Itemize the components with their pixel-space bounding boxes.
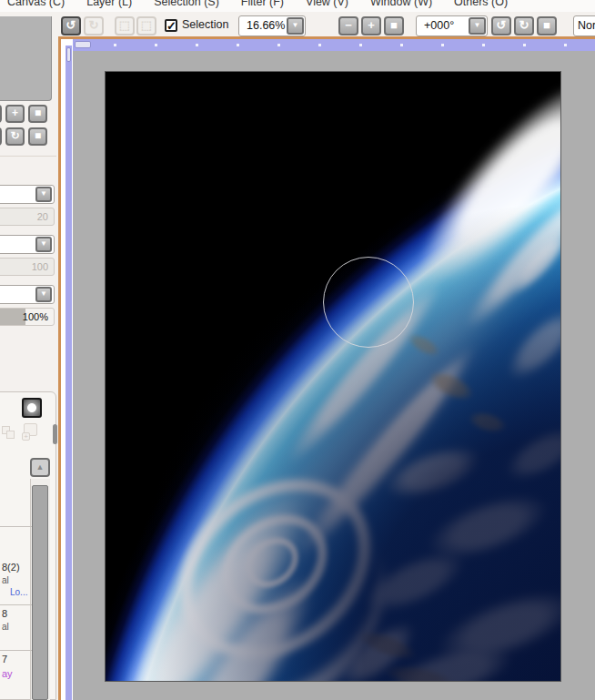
move-selection-button[interactable]: ⬚	[136, 16, 156, 36]
layer-row-divider	[0, 526, 32, 527]
layer-row[interactable]: 7	[2, 654, 7, 664]
rotation-field[interactable]: +000° ▼	[416, 15, 488, 36]
brush-cursor-circle	[323, 257, 414, 348]
zoom-level-value: 16.66%	[247, 19, 285, 32]
zoom-in-button[interactable]: +	[361, 16, 381, 36]
zoom-dropdown-button[interactable]: ▼	[287, 17, 304, 35]
redo-icon: ↻	[89, 18, 99, 32]
plus-icon: +	[368, 18, 375, 32]
add-icon[interactable]: +	[22, 432, 30, 441]
brush-shape-circle-button[interactable]	[22, 398, 42, 418]
undo-icon: ↺	[66, 18, 76, 32]
chevron-down-glyph: ▼	[40, 239, 47, 248]
scrollbar-tick-marks	[114, 44, 593, 46]
left-panel: − + ■ ↺ ↻ ■ ▼ 20 ▼ 100 ▼ 100% + ▲	[0, 12, 58, 700]
layer-row-mode: al	[2, 575, 9, 585]
texture-icon[interactable]	[6, 431, 15, 439]
blend-mode-value: Normal	[578, 19, 595, 32]
earth-painting-canvas[interactable]	[106, 72, 560, 681]
menu-canvas[interactable]: Canvas (C)	[7, 0, 65, 10]
rotate-ccw-icon: ↺	[497, 18, 507, 32]
layer-row[interactable]: 8	[2, 608, 7, 619]
brush-slider-1[interactable]: 20	[0, 208, 55, 226]
main-toolbar: ↺ ↻ ⬚ ⬚ ✓ Selection 16.66% ▼ − + ■ +000°…	[52, 12, 595, 36]
layer-row-mode: ay	[2, 668, 13, 679]
blend-mode-dropdown[interactable]: Normal	[573, 15, 595, 36]
selection-checkbox-label: Selection	[182, 18, 228, 31]
panel-separator	[0, 156, 56, 157]
zoom-level-field[interactable]: 16.66% ▼	[238, 15, 306, 36]
chevron-down-glyph: ▼	[40, 289, 47, 298]
selection-checkbox[interactable]: ✓	[165, 19, 177, 32]
chevron-down-icon[interactable]: ▼	[35, 187, 52, 202]
slider-value: 100%	[23, 311, 48, 322]
menu-layer[interactable]: Layer (L)	[86, 0, 132, 10]
square-icon: ■	[35, 129, 41, 142]
horizontal-scrollbar[interactable]	[73, 39, 595, 51]
navigator-zoom-reset-button[interactable]: ■	[28, 105, 47, 123]
navigator-rotate-reset-button[interactable]: ■	[28, 127, 47, 146]
brush-slider-2[interactable]: 100	[0, 258, 55, 276]
navigator-rotate-cw-button[interactable]: ↻	[5, 127, 25, 146]
layer-row-mode: al	[2, 622, 9, 632]
chevron-down-glyph: ▼	[40, 189, 47, 198]
rotation-dropdown-button[interactable]: ▼	[469, 17, 486, 35]
layer-row-extra: Lo...	[10, 587, 27, 597]
layer-row[interactable]: 8(2)	[2, 562, 20, 573]
zoom-reset-button[interactable]: ■	[384, 16, 404, 36]
brush-option-dropdown-1[interactable]: ▼	[0, 185, 55, 204]
chevron-down-icon: ▼	[292, 21, 299, 29]
rotate-cw-icon: ↻	[10, 129, 19, 142]
canvas-viewport[interactable]	[73, 51, 595, 700]
menu-bar: Canvas (C) Layer (L) Selection (S) Filte…	[0, 0, 595, 13]
brush-option-dropdown-3[interactable]: ▼	[0, 285, 55, 304]
vertical-scrollbar[interactable]	[66, 46, 72, 700]
sai-application-window: Canvas (C) Layer (L) Selection (S) Filte…	[0, 0, 595, 700]
navigator-zoom-in-button[interactable]: +	[5, 105, 25, 123]
brush-option-dropdown-2[interactable]: ▼	[0, 235, 55, 254]
undo-button[interactable]: ↺	[61, 16, 81, 36]
vertical-scrollbar-thumb[interactable]	[66, 47, 71, 62]
redo-button[interactable]: ↻	[84, 16, 104, 36]
night-shadow-overlay	[106, 72, 560, 681]
panel-resize-handle[interactable]	[53, 424, 57, 444]
arrow-up-icon: ▲	[36, 462, 45, 472]
transform-selection-button[interactable]: ⬚	[115, 16, 135, 36]
rotate-cw-icon: ↻	[519, 18, 529, 32]
horizontal-scrollbar-thumb[interactable]	[75, 41, 91, 48]
rotate-ccw-button[interactable]: ↺	[491, 16, 511, 36]
chevron-down-icon[interactable]: ▼	[35, 287, 52, 302]
slider-fill	[0, 309, 25, 325]
navigator-preview[interactable]	[0, 16, 52, 101]
menu-filter[interactable]: Filter (F)	[241, 0, 284, 10]
menu-selection[interactable]: Selection (S)	[154, 0, 219, 10]
chevron-down-icon[interactable]: ▼	[35, 237, 52, 252]
transform-selection-icon: ⬚	[119, 18, 130, 32]
menu-others[interactable]: Others (O)	[454, 0, 508, 10]
square-icon: ■	[543, 18, 550, 32]
minus-icon: −	[345, 18, 352, 32]
square-icon: ■	[35, 107, 41, 119]
layer-row-divider	[0, 604, 32, 605]
zoom-out-button[interactable]: −	[338, 16, 358, 36]
move-selection-icon: ⬚	[141, 18, 152, 32]
square-icon: ■	[390, 18, 398, 32]
rotate-cw-button[interactable]: ↻	[514, 16, 534, 36]
navigator-rotate-ccw-button[interactable]: ↺	[0, 127, 2, 146]
brush-slider-3[interactable]: 100%	[0, 308, 55, 326]
menu-view[interactable]: View (V)	[306, 0, 348, 10]
menu-window[interactable]: Window (W)	[370, 0, 432, 10]
checkmark-icon: ✓	[166, 19, 176, 33]
plus-icon: +	[12, 107, 18, 119]
navigator-zoom-out-button[interactable]: −	[0, 105, 2, 123]
layer-row-divider	[0, 650, 32, 651]
layer-scroll-up-button[interactable]: ▲	[30, 458, 50, 477]
rotate-reset-button[interactable]: ■	[537, 16, 557, 36]
layer-scrollbar-thumb[interactable]	[32, 485, 48, 700]
rotation-value: +000°	[424, 19, 454, 32]
chevron-down-icon: ▼	[474, 21, 481, 29]
